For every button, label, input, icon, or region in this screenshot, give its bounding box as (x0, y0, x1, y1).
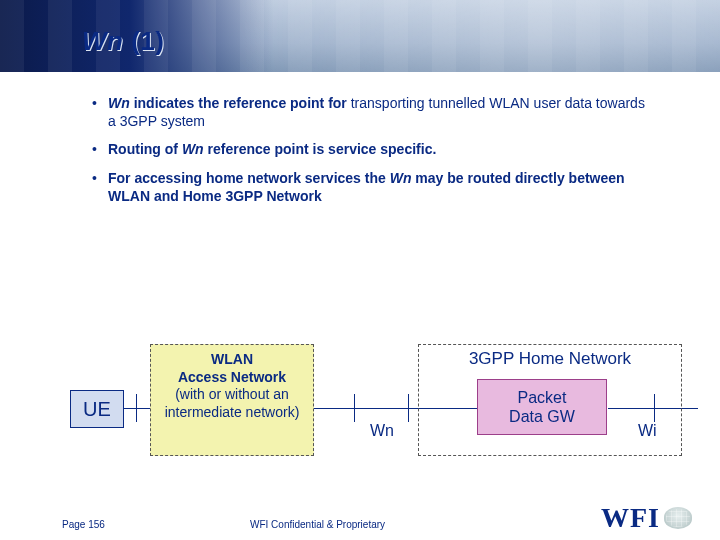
wlan-bold-1: WLAN (211, 351, 253, 367)
wlan-rest: (with or without an intermediate network… (165, 386, 300, 420)
bullet-2: Routing of Wn reference point is service… (108, 140, 648, 158)
globe-icon (664, 507, 692, 529)
bullet-3-pre: For accessing home network services the (108, 170, 390, 186)
slide-title: Wn (1) (82, 26, 164, 57)
content-area: Wn indicates the reference point for tra… (0, 78, 720, 215)
bullet-2-pre: Routing of (108, 141, 182, 157)
wn-label: Wn (370, 422, 394, 440)
wfi-logo-text: WFI (601, 502, 660, 534)
ue-label: UE (83, 398, 111, 420)
network-diagram: UE WLAN Access Network (with or without … (0, 330, 720, 500)
home-network-title: 3GPP Home Network (419, 349, 681, 369)
wlan-bold-2: Access Network (178, 369, 286, 385)
pdg-line1: Packet (518, 389, 567, 406)
wi-label: Wi (638, 422, 657, 440)
ue-box: UE (70, 390, 124, 428)
packet-data-gw-box: Packet Data GW (477, 379, 607, 435)
title-italic: Wn (82, 26, 123, 56)
bullet-1-bold: indicates the reference point for (134, 95, 347, 111)
wlan-access-network-box: WLAN Access Network (with or without an … (150, 344, 314, 456)
line-ue-wlan (122, 408, 152, 409)
header-banner: Wn (1) (0, 0, 720, 72)
bullet-3-italic: Wn (390, 170, 412, 186)
bullet-2-post: reference point is service specific. (204, 141, 437, 157)
bullet-1: Wn indicates the reference point for tra… (108, 94, 648, 130)
tick-ue-right (136, 394, 137, 422)
bullet-2-italic: Wn (182, 141, 204, 157)
page-number: Page 156 (62, 519, 105, 530)
tick-wn-left (354, 394, 355, 422)
bullet-1-italic: Wn (108, 95, 130, 111)
tick-wn-right (408, 394, 409, 422)
bullet-3: For accessing home network services the … (108, 169, 648, 205)
footer: Page 156 WFI Confidential & Proprietary … (0, 502, 720, 532)
confidential-notice: WFI Confidential & Proprietary (250, 519, 385, 530)
wfi-logo: WFI (601, 502, 692, 534)
pdg-line2: Data GW (509, 408, 575, 425)
title-suffix: (1) (131, 26, 164, 56)
